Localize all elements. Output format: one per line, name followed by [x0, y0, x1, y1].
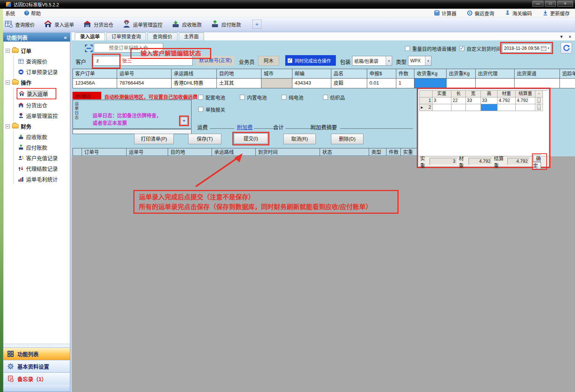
menu-help[interactable]: ? 帮助 — [24, 9, 41, 17]
cell-billing-weight[interactable]: 4.792 — [516, 97, 535, 104]
toolbar-waybill-monitor[interactable]: 运单管理监控 — [122, 20, 162, 28]
checkbox-unchecked-icon[interactable] — [240, 95, 245, 100]
tab-main-screen[interactable]: 主界面 — [179, 32, 204, 40]
checkbox-unchecked-icon[interactable] — [281, 95, 286, 100]
cell-receive-weight[interactable] — [414, 79, 447, 88]
cell-weight[interactable]: 3 — [433, 97, 451, 104]
menu-update-cache[interactable]: 更新缓存 — [543, 9, 570, 17]
maximize-button[interactable]: □ — [545, 1, 556, 7]
checkbox-unchecked-icon[interactable] — [405, 46, 410, 51]
cell-ship-weight[interactable] — [447, 79, 476, 88]
custom-arrival-time-option[interactable]: 自定义到货时间 — [459, 45, 501, 52]
cell-carrier-route[interactable]: 香港DHL特惠 — [172, 79, 217, 88]
package-select[interactable]: 纸箱/包裹袋 ▾ — [352, 56, 392, 66]
cell-ship-agent[interactable] — [476, 79, 515, 88]
submit-button[interactable]: 提交(I) — [234, 133, 268, 144]
save-button[interactable]: 保存(T) — [188, 134, 221, 144]
menu-remote-query[interactable]: 偏远查询 — [467, 9, 494, 17]
sidebar-button-function-list[interactable]: 功能列表 — [3, 347, 70, 360]
row-more-button[interactable] — [537, 105, 541, 110]
cell-product-name[interactable]: 皮鞋 — [331, 79, 367, 88]
sidebar-item-agent-settlement[interactable]: 代理结款记录 — [14, 163, 69, 174]
surcharge-summary-line[interactable] — [340, 123, 413, 129]
dimensions-row-1[interactable]: 1 3 22 33 33 4.792 4.792 — [420, 97, 548, 104]
cell-height[interactable]: 33 — [481, 97, 498, 104]
toolbar-dispatch-warehouse[interactable]: 分货出仓 — [83, 20, 113, 28]
toolbar-payables[interactable]: 应付账款 — [211, 20, 241, 28]
sidebar-group-operation[interactable]: − 操作 — [6, 77, 69, 88]
battery-packed-option[interactable]: 配套电池 — [198, 94, 225, 101]
sidebar-group-finance[interactable]: − 财务 — [6, 121, 69, 131]
checkbox-checked-icon[interactable] — [288, 58, 292, 63]
sidebar-item-query-quote[interactable]: 查询报价 — [14, 56, 69, 66]
tab-enter-waybill[interactable]: 录入运单 — [75, 32, 105, 40]
tab-close-icon[interactable]: × — [569, 34, 571, 39]
cell-volume-weight[interactable] — [498, 104, 516, 111]
cell-zipcode[interactable]: 434343 — [292, 79, 331, 88]
toolbar-query-quote[interactable]: 查询报价 — [5, 20, 35, 28]
toolbar-enter-waybill[interactable]: 录入运单 — [44, 20, 74, 28]
type-select[interactable]: WPX ▾ — [408, 56, 431, 66]
sidebar-item-waybill-monitor[interactable]: 运单管理监控 — [14, 110, 69, 121]
dimensions-row-2[interactable]: ▸2 — [420, 104, 548, 111]
cell-tracking[interactable] — [560, 79, 575, 88]
sidebar-item-client-recharge[interactable]: 客户充值记录 — [14, 153, 69, 163]
log-add-button[interactable]: + — [181, 117, 187, 125]
menu-system[interactable]: 系统 — [5, 9, 15, 17]
sidebar-group-order[interactable]: − 订单 — [6, 45, 69, 56]
sidebar-item-profit-stats[interactable]: 运单毛利统计 — [14, 174, 69, 184]
sidebar-button-memo[interactable]: 备忘录（1） — [3, 372, 70, 385]
checkbox-unchecked-icon[interactable] — [198, 95, 203, 100]
battery-pure-option[interactable]: 纯电池 — [281, 94, 303, 101]
waybill-log-box[interactable]: 运单日志 运单日志：比如备注仿牌待查， 或者非正本发票 + — [73, 100, 192, 129]
toolbar-add-button[interactable]: + — [252, 20, 261, 29]
cancel-button[interactable]: 取消(R) — [283, 134, 316, 144]
menu-customs-code[interactable]: 海关编码 — [505, 9, 532, 17]
collapse-minus-icon[interactable]: − — [6, 124, 10, 128]
cell-billing-weight[interactable] — [516, 104, 535, 111]
toolbar-receivables[interactable]: 应收账款 — [172, 20, 202, 28]
cell-waybill-number[interactable]: 787664454 — [117, 79, 172, 88]
waybill-table-row[interactable]: 123456A 787664454 香港DHL特惠 土耳其 434343 皮鞋 … — [73, 79, 575, 88]
collapse-minus-icon[interactable]: − — [6, 49, 10, 53]
minimize-button[interactable]: — — [532, 1, 544, 7]
close-button[interactable]: × — [557, 1, 573, 7]
sidebar-item-enter-waybill[interactable]: 录入运单 — [14, 88, 69, 100]
sidebar-collapse-icon[interactable]: « — [64, 34, 67, 40]
cell-ship-channel[interactable] — [515, 79, 560, 88]
voice-broadcast-option[interactable]: 重量目的地语音播报 — [405, 45, 456, 52]
battery-internal-option[interactable]: 内置电池 — [240, 94, 267, 101]
cell-width[interactable]: 33 — [466, 97, 481, 104]
freight-value-line[interactable] — [210, 123, 234, 129]
cell-customer-order[interactable]: 123456A — [73, 79, 117, 88]
cell-declared-value[interactable]: 0.01 — [367, 79, 396, 88]
cell-destination[interactable]: 土耳其 — [217, 79, 261, 88]
sidebar-item-dispatch-warehouse[interactable]: 分货出仓 — [14, 100, 69, 110]
sidebar-item-receivables[interactable]: 应收账款 — [14, 131, 69, 142]
cell-width[interactable] — [466, 104, 481, 111]
cell-volume-weight[interactable]: 4.792 — [498, 97, 516, 104]
sidebar-item-preorder-record[interactable]: 订单预录记录 — [14, 66, 69, 77]
cell-city[interactable] — [261, 79, 292, 88]
row-more-button[interactable] — [537, 98, 541, 103]
complete-outbound-option[interactable]: 同时完成出仓操作 — [285, 55, 336, 66]
separate-customs-option[interactable]: 单独报关 — [198, 106, 225, 113]
arrival-time-picker[interactable]: 2018-11-26 09:56 ▾ — [502, 44, 551, 52]
delete-button[interactable]: 删除(D) — [331, 134, 363, 144]
sidebar-button-basic-settings[interactable]: 基本资料设置 — [3, 360, 70, 372]
calendar-icon[interactable] — [541, 46, 546, 51]
refresh-button[interactable] — [561, 42, 572, 54]
print-list-button[interactable]: 打印清单(P) — [134, 134, 174, 144]
confirm-button[interactable]: 确定 — [533, 155, 541, 169]
collapse-minus-icon[interactable]: − — [6, 80, 10, 85]
checkbox-unchecked-icon[interactable] — [323, 95, 328, 100]
sidebar-item-payables[interactable]: 应付账款 — [14, 142, 69, 153]
tab-dropdown-icon[interactable]: ▼ — [560, 34, 564, 39]
cell-pieces[interactable]: 1 — [396, 79, 414, 88]
sidebar-splitter[interactable]: · · · · · · · · · — [3, 344, 70, 347]
salesman-value[interactable]: 阿木 — [258, 56, 279, 66]
checkbox-unchecked-icon[interactable] — [198, 107, 203, 112]
tab-query-quote[interactable]: 查询报价 — [147, 32, 178, 40]
menu-calculator[interactable]: 计算器 — [434, 9, 456, 17]
cell-length[interactable]: 22 — [451, 97, 466, 104]
